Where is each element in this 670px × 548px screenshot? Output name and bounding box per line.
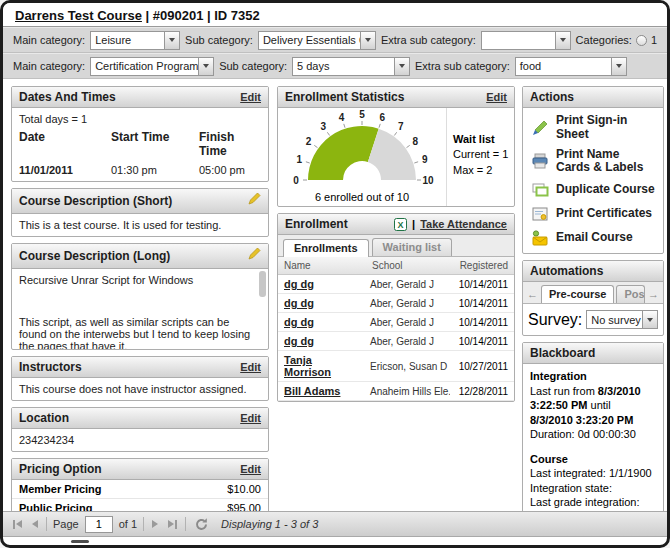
chevron-down-icon[interactable] bbox=[611, 58, 626, 75]
extra-sub-category-select-1[interactable] bbox=[481, 31, 571, 50]
svg-text:10: 10 bbox=[422, 175, 434, 186]
student-name-link[interactable]: Tanja Morrison bbox=[278, 354, 366, 378]
window-titlebar: Darrens Test Course | #090201 | ID 7352 bbox=[3, 3, 667, 27]
tab-scroll-right-icon[interactable]: → bbox=[647, 288, 660, 303]
student-name-link[interactable]: dg dg bbox=[278, 278, 366, 290]
school-column-header[interactable]: School bbox=[366, 260, 450, 271]
print-name-cards-button[interactable]: Print Name Cards & Labels bbox=[525, 145, 661, 179]
stats-edit-link[interactable]: Edit bbox=[486, 91, 507, 103]
pencil-icon[interactable] bbox=[247, 247, 261, 265]
first-page-icon[interactable] bbox=[11, 520, 24, 529]
refresh-icon[interactable] bbox=[192, 517, 211, 532]
panel-title: Automations bbox=[530, 264, 603, 278]
chevron-down-icon[interactable] bbox=[555, 32, 570, 49]
survey-label: Survey: bbox=[528, 311, 582, 329]
location-edit-link[interactable]: Edit bbox=[240, 412, 261, 424]
main-category-select-1[interactable]: Leisure bbox=[90, 31, 180, 50]
sub-category-label: Sub category: bbox=[219, 60, 287, 72]
pricing-edit-link[interactable]: Edit bbox=[240, 463, 261, 475]
enrollment-statistics-panel: Enrollment Statistics Edit 012345678910 … bbox=[277, 86, 515, 207]
name-column-header[interactable]: Name bbox=[278, 260, 366, 271]
duplicate-icon bbox=[530, 181, 550, 199]
student-name-link[interactable]: dg dg bbox=[278, 297, 366, 309]
chevron-down-icon[interactable] bbox=[394, 58, 409, 75]
total-days-text: Total days = 1 bbox=[19, 113, 261, 125]
bb-course-line: Last grade integration: bbox=[530, 495, 656, 510]
location-panel: Location Edit 234234234 bbox=[11, 407, 269, 452]
sub-category-select-2[interactable]: 5 days bbox=[292, 57, 410, 76]
next-page-icon[interactable] bbox=[150, 520, 160, 528]
sub-category-select-1[interactable]: Delivery Essentials On I bbox=[258, 31, 376, 50]
student-name-link[interactable]: dg dg bbox=[278, 335, 366, 347]
categories-radio[interactable] bbox=[636, 35, 647, 46]
course-description-long-panel: Course Description (Long) Recursive Unra… bbox=[11, 243, 269, 350]
email-course-button[interactable]: Email Course bbox=[525, 226, 661, 250]
prev-page-icon[interactable] bbox=[30, 520, 40, 528]
pagination-bar: Page of 1 Displaying 1 - 3 of 3 bbox=[3, 511, 667, 537]
bb-course-line: Integration state: bbox=[530, 481, 656, 496]
chevron-down-icon[interactable] bbox=[642, 311, 657, 328]
extra-sub-category-select-2[interactable]: food bbox=[515, 57, 627, 76]
long-description-paragraph: This script, as well as similar scripts … bbox=[19, 316, 254, 349]
tab-enrollments[interactable]: Enrollments bbox=[283, 239, 369, 257]
last-page-icon[interactable] bbox=[166, 520, 179, 529]
panel-title: Location bbox=[19, 411, 69, 425]
tab-scroll-left-icon[interactable]: ← bbox=[526, 288, 539, 303]
svg-text:7: 7 bbox=[398, 121, 404, 132]
content-area: Dates And Times Edit Total days = 1 Date… bbox=[3, 79, 667, 511]
scrollbar-thumb[interactable] bbox=[259, 271, 266, 297]
integration-heading: Integration bbox=[530, 369, 656, 384]
print-certificates-button[interactable]: Print Certificates bbox=[525, 202, 661, 226]
table-row: Tanja Morrison Ericson, Susan D 10/27/20… bbox=[278, 351, 514, 382]
excel-export-icon[interactable]: X bbox=[394, 218, 407, 231]
main-category-label: Main category: bbox=[13, 34, 85, 46]
enrollment-table-header: Name School Registered bbox=[278, 257, 514, 275]
svg-text:X: X bbox=[398, 220, 404, 230]
student-name-link[interactable]: Bill Adams bbox=[278, 385, 366, 397]
panel-title: Actions bbox=[530, 90, 574, 104]
take-attendance-link[interactable]: Take Attendance bbox=[420, 218, 507, 230]
svg-text:6: 6 bbox=[380, 112, 386, 123]
enrollment-panel: Enrollment X | Take Attendance Enrollmen… bbox=[277, 213, 515, 402]
instructors-edit-link[interactable]: Edit bbox=[240, 361, 261, 373]
last-run-text: Last run from 8/3/2010 3:22:50 PM until … bbox=[530, 384, 656, 428]
tab-pre-course[interactable]: Pre-course bbox=[541, 285, 614, 303]
scrollbar-dash[interactable] bbox=[71, 540, 89, 543]
categories-count: 1 bbox=[651, 34, 657, 46]
course-title-link[interactable]: Darrens Test Course bbox=[15, 8, 142, 23]
price-row: Public Pricing $95.00 bbox=[12, 499, 268, 511]
print-sign-in-sheet-button[interactable]: Print Sign-in Sheet bbox=[525, 111, 661, 145]
main-category-select-2[interactable]: Certification Programs bbox=[90, 57, 214, 76]
date-column-header: Date bbox=[19, 130, 111, 158]
page-label: Page bbox=[53, 518, 79, 530]
automations-panel: Automations ← Pre-course Post-course → S… bbox=[522, 260, 664, 336]
student-name-link[interactable]: dg dg bbox=[278, 316, 366, 328]
panel-title: Blackboard bbox=[530, 346, 595, 360]
chevron-down-icon[interactable] bbox=[164, 32, 179, 49]
svg-text:5: 5 bbox=[359, 109, 365, 120]
course-id-text: | #090201 | ID 7352 bbox=[142, 8, 260, 23]
dates-edit-link[interactable]: Edit bbox=[240, 91, 261, 103]
separator: | bbox=[412, 218, 415, 230]
panel-title: Enrollment bbox=[285, 217, 348, 231]
table-row: dg dg Aber, Gerald J 10/14/2011 bbox=[278, 294, 514, 313]
chevron-down-icon[interactable] bbox=[198, 58, 213, 75]
price-row: Member Pricing $10.00 bbox=[12, 480, 268, 499]
instructors-panel: Instructors Edit This course does not ha… bbox=[11, 356, 269, 401]
registered-column-header[interactable]: Registered bbox=[450, 260, 514, 271]
bb-course-line: Last integrated: 1/1/1900 bbox=[530, 466, 656, 481]
tab-post-course[interactable]: Post-course bbox=[616, 285, 645, 303]
tab-waiting-list[interactable]: Waiting list bbox=[372, 238, 452, 256]
sub-category-label: Sub category: bbox=[185, 34, 253, 46]
categories-label: Categories: bbox=[576, 34, 632, 46]
page-of-label: of 1 bbox=[119, 518, 137, 530]
panel-title: Pricing Option bbox=[19, 462, 102, 476]
pencil-icon[interactable] bbox=[247, 192, 261, 210]
duplicate-course-button[interactable]: Duplicate Course bbox=[525, 178, 661, 202]
survey-select[interactable]: No survey selected bbox=[586, 310, 658, 329]
page-number-input[interactable] bbox=[85, 516, 113, 533]
email-icon bbox=[530, 229, 550, 247]
chevron-down-icon[interactable] bbox=[360, 32, 375, 49]
course-heading: Course bbox=[530, 452, 656, 467]
start-time-column-header: Start Time bbox=[111, 130, 199, 158]
